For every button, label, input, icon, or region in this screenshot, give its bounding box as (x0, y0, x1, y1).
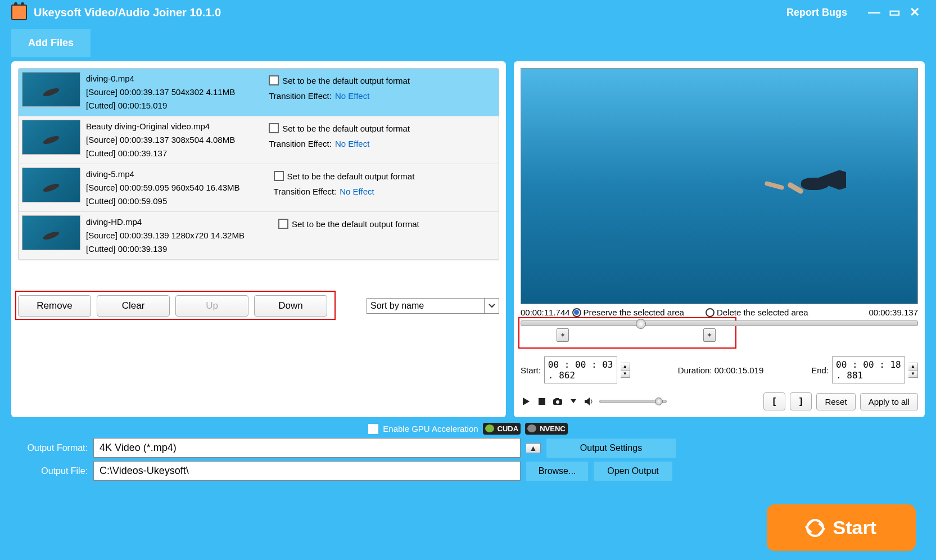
transition-effect-link[interactable]: No Effect (335, 139, 369, 148)
preview-panel: 00:00:11.744 Preserve the selected area … (514, 61, 925, 417)
default-format-label: Set to be the default output format (287, 171, 415, 181)
transition-effect-link[interactable]: No Effect (340, 187, 374, 196)
mark-in-button[interactable]: [ (763, 392, 785, 410)
default-format-checkbox[interactable] (269, 123, 279, 133)
file-name: Beauty diving-Original video.mp4 (86, 120, 235, 133)
sort-select[interactable]: Sort by name (367, 298, 485, 314)
file-source-info: [Source] 00:00:39.137 308x504 4.08MB (86, 133, 235, 147)
svg-rect-2 (555, 398, 559, 400)
start-time-input[interactable]: 00 : 00 : 03 . 862 (544, 356, 617, 383)
report-bugs-link[interactable]: Report Bugs (786, 7, 847, 19)
volume-icon[interactable] (584, 396, 595, 407)
file-name: diving-HD.mp4 (86, 215, 245, 229)
default-format-checkbox[interactable] (278, 219, 288, 229)
current-time-label: 00:00:11.744 (521, 308, 570, 317)
snapshot-menu-arrow[interactable] (568, 396, 579, 407)
snapshot-button[interactable] (552, 396, 563, 407)
file-source-info: [Source] 00:00:39.137 504x302 4.11MB (86, 85, 235, 99)
file-list-panel: diving-0.mp4[Source] 00:00:39.137 504x30… (11, 61, 506, 417)
start-label: Start: (521, 365, 541, 375)
clear-button[interactable]: Clear (97, 295, 170, 317)
range-start-handle[interactable]: ✦ (557, 328, 569, 342)
transition-effect-link[interactable]: No Effect (335, 91, 369, 101)
transition-label: Transition Effect: (269, 91, 332, 101)
file-row[interactable]: diving-HD.mp4[Source] 00:00:39.139 1280x… (19, 212, 499, 260)
file-cutted-info: [Cutted] 00:00:15.019 (86, 99, 235, 112)
up-button[interactable]: Up (175, 295, 248, 317)
cuda-badge: CUDA (483, 423, 521, 435)
gpu-checkbox[interactable] (368, 424, 378, 434)
play-button[interactable] (521, 396, 532, 407)
default-format-label: Set to be the default output format (282, 124, 410, 133)
duration-label: Duration: (678, 365, 712, 375)
file-source-info: [Source] 00:00:39.139 1280x720 14.32MB (86, 229, 245, 242)
output-format-label: Output Format: (20, 443, 88, 453)
delete-radio[interactable] (706, 308, 715, 317)
file-thumbnail (22, 215, 80, 250)
svg-point-3 (556, 400, 559, 404)
nvenc-badge: NVENC (525, 423, 568, 435)
svg-rect-0 (539, 398, 545, 405)
file-cutted-info: [Cutted] 00:00:39.137 (86, 147, 235, 160)
browse-button[interactable]: Browse... (526, 462, 588, 481)
duration-value: 00:00:15.019 (715, 365, 764, 375)
refresh-icon (806, 519, 824, 537)
stop-button[interactable] (536, 396, 548, 407)
output-file-label: Output File: (20, 466, 88, 476)
file-thumbnail (22, 168, 80, 202)
file-cutted-info: [Cutted] 00:00:59.095 (86, 195, 240, 208)
default-format-label: Set to be the default output format (292, 219, 419, 229)
seek-slider[interactable] (521, 320, 918, 326)
volume-slider[interactable] (599, 400, 667, 403)
transition-label: Transition Effect: (269, 139, 332, 148)
transition-label: Transition Effect: (274, 187, 337, 196)
playhead-handle[interactable] (636, 319, 646, 329)
reset-button[interactable]: Reset (816, 393, 855, 410)
preserve-radio-label: Preserve the selected area (584, 308, 684, 317)
app-logo-icon (11, 4, 27, 20)
start-button-label: Start (833, 517, 876, 539)
end-time-label: 00:00:39.137 (869, 308, 918, 317)
preserve-radio[interactable] (572, 308, 581, 317)
file-row[interactable]: Beauty diving-Original video.mp4[Source]… (19, 116, 499, 164)
chevron-down-icon (489, 304, 495, 308)
default-format-checkbox[interactable] (274, 171, 284, 181)
start-button[interactable]: Start (767, 504, 916, 551)
file-name: diving-0.mp4 (86, 72, 235, 85)
file-row[interactable]: diving-0.mp4[Source] 00:00:39.137 504x30… (19, 69, 499, 116)
output-format-field[interactable]: 4K Video (*.mp4) (93, 438, 521, 458)
default-format-label: Set to be the default output format (282, 76, 410, 85)
apply-to-all-button[interactable]: Apply to all (860, 393, 918, 410)
end-label: End: (811, 365, 829, 375)
delete-radio-label: Delete the selected area (717, 308, 867, 317)
file-source-info: [Source] 00:00:59.095 960x540 16.43MB (86, 181, 240, 195)
add-files-button[interactable]: Add Files (11, 29, 91, 57)
sort-dropdown-arrow[interactable] (485, 298, 499, 314)
output-file-field[interactable]: C:\Videos-Ukeysoft\ (93, 461, 521, 481)
format-dropdown-arrow[interactable]: ▲ (526, 443, 541, 453)
file-name: diving-5.mp4 (86, 168, 240, 181)
close-button[interactable]: ✕ (905, 5, 925, 20)
maximize-button[interactable]: ▭ (884, 5, 905, 20)
default-format-checkbox[interactable] (269, 75, 279, 85)
video-preview[interactable] (521, 68, 918, 304)
app-title: Ukeysoft Video/Audio Joiner 10.1.0 (34, 6, 786, 19)
file-thumbnail (22, 120, 80, 155)
output-settings-button[interactable]: Output Settings (546, 439, 676, 458)
remove-button[interactable]: Remove (18, 295, 91, 317)
file-cutted-info: [Cutted] 00:00:39.139 (86, 242, 245, 256)
file-thumbnail (22, 72, 80, 107)
volume-handle[interactable] (655, 398, 663, 405)
minimize-button[interactable]: — (864, 5, 884, 20)
end-time-input[interactable]: 00 : 00 : 18 . 881 (832, 356, 905, 383)
range-end-handle[interactable]: ✦ (703, 328, 716, 342)
end-spinner[interactable]: ▲▼ (908, 363, 918, 378)
down-button[interactable]: Down (254, 295, 327, 317)
gpu-label: Enable GPU Acceleration (383, 424, 478, 433)
file-row[interactable]: diving-5.mp4[Source] 00:00:59.095 960x54… (19, 164, 499, 212)
open-output-button[interactable]: Open Output (594, 462, 672, 481)
start-spinner[interactable]: ▲▼ (621, 363, 630, 378)
mark-out-button[interactable]: ] (790, 392, 812, 410)
